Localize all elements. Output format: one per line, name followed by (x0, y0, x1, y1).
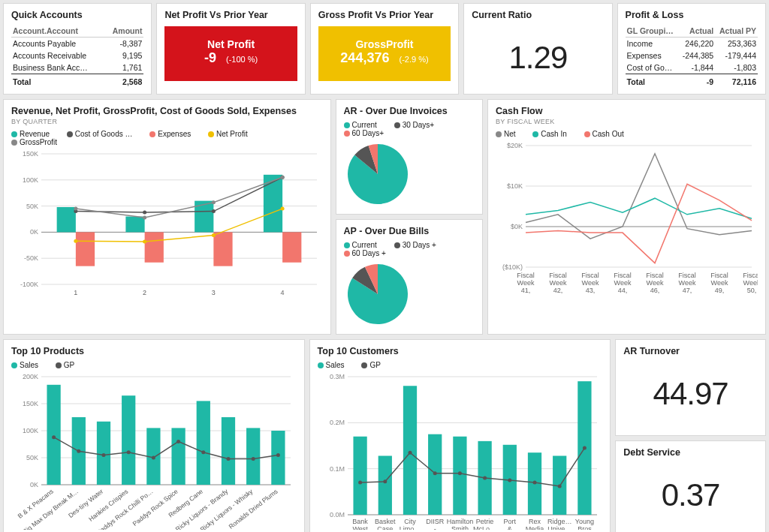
quick-accounts-card[interactable]: Quick Accounts Account.AccountAmount Acc… (3, 3, 152, 95)
net-profit-kpi-card[interactable]: Net Profit Vs Prior Year Net Profit -9 (… (156, 3, 305, 95)
svg-text:$20K: $20K (507, 142, 523, 149)
card-subtitle: BY QUARTER (11, 118, 323, 125)
table-row: Cost of Go…-1,844-1,803 (626, 62, 758, 74)
svg-text:-: - (433, 525, 436, 530)
chart-legend: Current 30 Days+ 60 Days+ (344, 121, 475, 137)
svg-text:Fiscal: Fiscal (517, 272, 535, 279)
svg-rect-80 (97, 422, 110, 485)
card-title: Cash Flow (496, 106, 758, 116)
svg-text:200K: 200K (23, 373, 38, 380)
svg-text:Case: Case (377, 525, 393, 530)
quick-accounts-table: Account.AccountAmount Accounts Payable-8… (11, 25, 143, 88)
svg-text:50,: 50, (747, 287, 757, 294)
kpi-value: 44.97 (623, 358, 758, 422)
svg-text:Paddys Rock Spice: Paddys Rock Spice (131, 488, 179, 527)
profit-loss-card[interactable]: Profit & Loss GL Groupi…ActualActual PY … (617, 3, 766, 95)
svg-text:Week: Week (711, 279, 728, 287)
svg-text:-100K: -100K (20, 281, 38, 288)
profit-loss-table: GL Groupi…ActualActual PY Income246,2202… (626, 25, 758, 88)
svg-text:49,: 49, (715, 287, 725, 294)
svg-rect-17 (145, 232, 164, 262)
gross-profit-kpi-card[interactable]: Gross Profit Vs Prior Year GrossProfit 2… (310, 3, 459, 95)
svg-text:Ridge…: Ridge… (547, 518, 572, 525)
cashflow-chart: ($10K)$0K$10K$20KFiscalWeek41,FiscalWeek… (496, 141, 758, 299)
svg-rect-19 (282, 232, 301, 262)
svg-text:DIISR: DIISR (426, 518, 445, 525)
svg-text:Fiscal: Fiscal (678, 272, 696, 279)
svg-text:McLo…: McLo… (473, 525, 496, 530)
svg-text:City: City (404, 518, 416, 525)
quarterly-chart-card[interactable]: Revenue, Net Profit, GrossProfit, Cost o… (3, 99, 331, 335)
svg-text:West: West (352, 525, 368, 530)
ap-pie-chart (344, 260, 412, 328)
svg-text:Young: Young (574, 518, 593, 525)
ar-turnover-card[interactable]: AR Turnover 44.97 (615, 339, 766, 436)
kpi-value: 1.29 (472, 22, 604, 86)
svg-text:Rex: Rex (529, 518, 541, 525)
card-subtitle: BY FISCAL WEEK (496, 118, 758, 125)
svg-text:0.1M: 0.1M (330, 465, 345, 473)
svg-text:50K: 50K (26, 203, 38, 210)
card-title: Revenue, Net Profit, GrossProfit, Cost o… (11, 106, 323, 116)
svg-text:50K: 50K (26, 454, 38, 461)
svg-rect-120 (453, 437, 466, 515)
current-ratio-card[interactable]: Current Ratio 1.29 (463, 3, 612, 95)
svg-text:Media: Media (525, 525, 544, 530)
table-row: Expenses-244,385-179,444 (626, 50, 758, 62)
svg-text:47,: 47, (683, 287, 692, 294)
cashflow-card[interactable]: Cash Flow BY FISCAL WEEK Net Cash In Cas… (487, 99, 766, 335)
card-title: AP - Over Due Bills (344, 226, 475, 236)
svg-text:44,: 44, (618, 287, 628, 294)
ar-due-card[interactable]: AR - Over Due Invoices Current 30 Days+ … (336, 99, 483, 215)
svg-text:Week: Week (743, 279, 758, 287)
svg-text:1: 1 (74, 289, 77, 296)
card-title: Profit & Loss (626, 10, 758, 20)
svg-rect-85 (222, 417, 235, 485)
svg-text:0K: 0K (30, 481, 38, 488)
debt-service-card[interactable]: Debt Service 0.37 (615, 440, 766, 533)
top-products-card[interactable]: Top 10 Products Sales GP 0K50K100K150K20… (3, 339, 305, 532)
card-title: Quick Accounts (11, 10, 143, 20)
svg-text:Fiscal: Fiscal (646, 272, 664, 279)
svg-text:Bank: Bank (352, 518, 368, 525)
svg-text:0.0M: 0.0M (330, 511, 345, 518)
svg-rect-84 (197, 401, 210, 485)
svg-text:4: 4 (281, 289, 285, 296)
card-title: Gross Profit Vs Prior Year (318, 10, 451, 20)
svg-text:3: 3 (212, 289, 216, 296)
svg-rect-18 (213, 232, 232, 266)
svg-text:Fiscal: Fiscal (581, 272, 599, 279)
svg-text:Fiscal: Fiscal (549, 272, 567, 279)
svg-text:150K: 150K (23, 150, 38, 158)
svg-text:Limo…: Limo… (399, 525, 421, 530)
svg-text:43,: 43, (586, 287, 596, 294)
svg-text:Petrie: Petrie (475, 518, 493, 525)
svg-text:Fiscal: Fiscal (710, 272, 728, 279)
ap-due-card[interactable]: AP - Over Due Bills Current 30 Days + 60… (336, 219, 483, 335)
top-customers-card[interactable]: Top 10 Customers Sales GP 0.0M0.1M0.2M0.… (309, 339, 611, 532)
svg-text:-50K: -50K (24, 254, 38, 262)
svg-text:Basket: Basket (375, 518, 396, 525)
svg-text:Unive…: Unive… (547, 525, 571, 530)
svg-text:Fiscal: Fiscal (743, 272, 758, 279)
svg-text:0K: 0K (30, 228, 38, 236)
svg-text:2: 2 (143, 289, 146, 296)
kpi-box: Net Profit -9 (-100 %) (164, 26, 297, 81)
svg-text:Week: Week (550, 279, 567, 287)
quarterly-chart: -100K-50K0K50K100K150K1234 (11, 149, 323, 299)
chart-legend: Sales GP (11, 361, 297, 369)
svg-rect-86 (246, 428, 260, 485)
card-title: Current Ratio (472, 10, 604, 20)
svg-text:100K: 100K (23, 176, 38, 184)
card-title: AR Turnover (623, 346, 758, 356)
svg-rect-81 (122, 395, 135, 485)
svg-text:Smith: Smith (451, 525, 468, 530)
svg-rect-12 (57, 207, 76, 232)
chart-legend: Current 30 Days + 60 Days + (344, 241, 475, 257)
svg-text:Week: Week (647, 279, 664, 287)
kpi-box: GrossProfit 244,376 (-2.9 %) (318, 26, 451, 81)
svg-text:($10K): ($10K) (502, 263, 523, 271)
card-title: Top 10 Customers (318, 346, 603, 356)
svg-text:Hamilton: Hamilton (446, 518, 473, 525)
svg-text:Week: Week (582, 279, 599, 287)
